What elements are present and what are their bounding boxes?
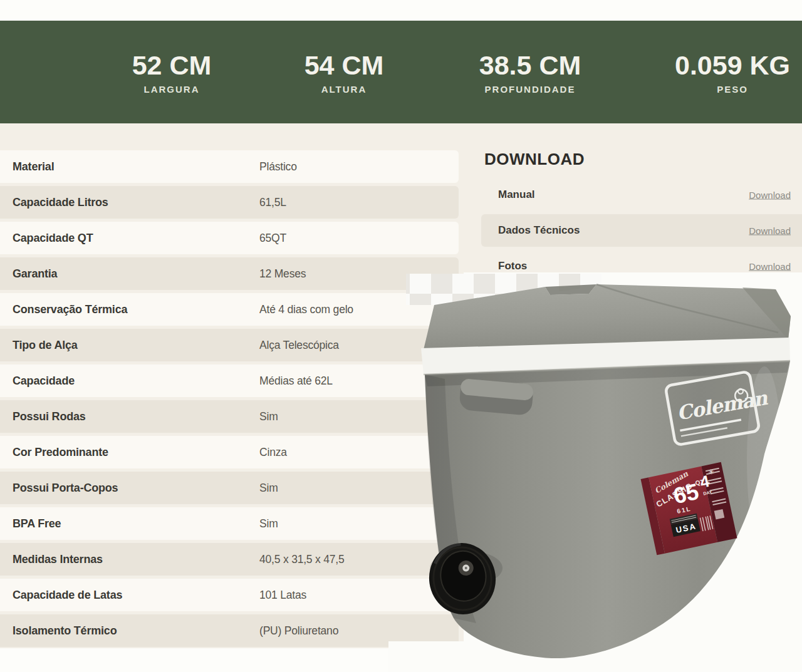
spec-value: Até 4 dias com gelo	[259, 303, 353, 316]
download-link-dados-tecnicos[interactable]: Download	[749, 225, 791, 236]
spec-label: Conservação Térmica	[13, 303, 127, 316]
spec-label: Possui Rodas	[13, 410, 86, 423]
download-label: Manual	[498, 189, 535, 201]
spec-value: 40,5 x 31,5 x 47,5	[259, 553, 345, 566]
spec-value: Plástico	[259, 160, 297, 173]
spec-value: (PU) Poliuretano	[259, 624, 338, 638]
downloads-panel: Manual Download Dados Técnicos Download …	[481, 178, 802, 286]
spec-label: Cor Predominante	[13, 446, 108, 459]
metric-value: 52 CM	[132, 52, 212, 79]
product-spec-page: 52 CM LARGURA 54 CM ALTURA 38.5 CM PROFU…	[0, 0, 802, 672]
download-link-fotos[interactable]: Download	[749, 261, 791, 272]
downloads-title: DOWNLOAD	[484, 150, 585, 169]
spec-label: Medidas Internas	[13, 553, 103, 566]
spec-label: Possui Porta-Copos	[13, 482, 118, 495]
download-link-manual[interactable]: Download	[749, 190, 791, 200]
table-row: Capacidade Litros 61,5L	[0, 186, 459, 219]
cooler-handle	[459, 378, 534, 416]
spec-label: Capacidade de Latas	[13, 589, 122, 602]
metric-label: PESO	[675, 85, 790, 94]
metric-label: LARGURA	[132, 85, 212, 94]
metric-height: 54 CM ALTURA	[305, 52, 384, 94]
spec-value: Médias até 62L	[259, 375, 333, 388]
download-label: Fotos	[498, 260, 527, 272]
download-row-dados-tecnicos: Dados Técnicos Download	[481, 214, 802, 247]
metric-value: 54 CM	[305, 52, 384, 79]
spec-value: 65QT	[259, 232, 286, 245]
metric-width: 52 CM LARGURA	[132, 52, 212, 94]
metric-value: 38.5 CM	[479, 52, 581, 79]
table-row: Material Plástico	[0, 150, 459, 183]
download-row-manual: Manual Download	[481, 178, 802, 211]
spec-value: Alça Telescópica	[259, 339, 339, 352]
spec-value: Sim	[259, 517, 278, 530]
dimensions-band: 52 CM LARGURA 54 CM ALTURA 38.5 CM PROFU…	[0, 21, 802, 123]
metric-value: 0.059 KG	[675, 52, 790, 79]
spec-label: Capacidade Litros	[13, 196, 108, 209]
spec-label: BPA Free	[13, 517, 61, 530]
download-label: Dados Técnicos	[498, 224, 580, 237]
spec-value: Sim	[259, 482, 278, 495]
metric-label: ALTURA	[305, 85, 384, 94]
metric-weight: 0.059 KG PESO	[675, 52, 790, 94]
spec-label: Capacidade	[13, 375, 75, 388]
metric-depth: 38.5 CM PROFUNDIDADE	[479, 52, 581, 94]
spec-label: Tipo de Alça	[13, 339, 78, 352]
spec-value: 61,5L	[259, 196, 286, 209]
spec-label: Isolamento Térmico	[13, 624, 117, 638]
photo-white-background-bottom	[388, 641, 467, 672]
product-image-cooler: Coleman Coleman CLASSIC 65	[388, 272, 802, 672]
spec-value: 101 Latas	[259, 589, 306, 602]
spec-label: Material	[13, 160, 54, 173]
table-row: Capacidade QT 65QT	[0, 222, 459, 254]
spec-value: 12 Meses	[259, 267, 306, 281]
spec-value: Sim	[259, 410, 278, 423]
spec-label: Garantia	[13, 267, 57, 281]
spec-value: Cinza	[259, 446, 287, 459]
spec-label: Capacidade QT	[13, 232, 93, 245]
metric-label: PROFUNDIDADE	[479, 85, 581, 94]
